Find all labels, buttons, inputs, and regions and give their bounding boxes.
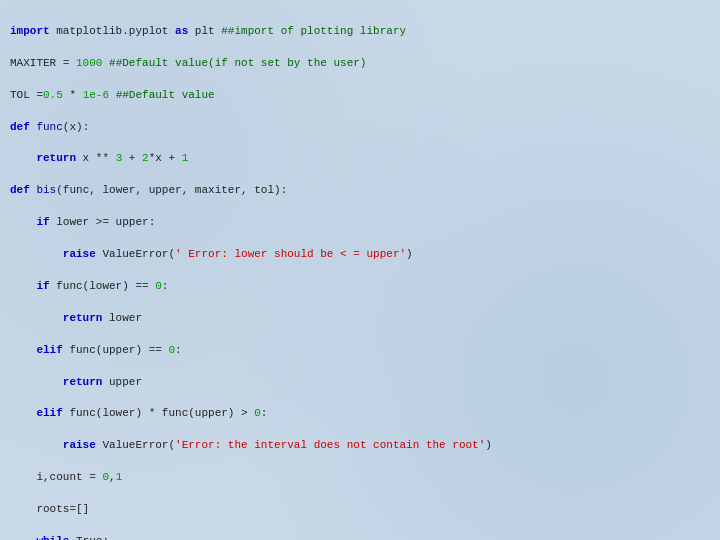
line-12: return upper [10,375,710,391]
line-14: raise ValueError('Error: the interval do… [10,438,710,454]
line-16: roots=[] [10,502,710,518]
line-17: while True: [10,534,710,540]
line-3: TOL =0.5 * 1e-6 ##Default value [10,88,710,104]
line-1: import matplotlib.pyplot as plt ##import… [10,24,710,40]
line-8: raise ValueError(' Error: lower should b… [10,247,710,263]
line-9: if func(lower) == 0: [10,279,710,295]
line-5: return x ** 3 + 2*x + 1 [10,151,710,167]
line-2: MAXITER = 1000 ##Default value(if not se… [10,56,710,72]
code-editor: import matplotlib.pyplot as plt ##import… [10,8,710,532]
line-4: def func(x): [10,120,710,136]
line-15: i,count = 0,1 [10,470,710,486]
line-13: elif func(lower) * func(upper) > 0: [10,406,710,422]
line-6: def bis(func, lower, upper, maxiter, tol… [10,183,710,199]
line-7: if lower >= upper: [10,215,710,231]
line-11: elif func(upper) == 0: [10,343,710,359]
line-10: return lower [10,311,710,327]
